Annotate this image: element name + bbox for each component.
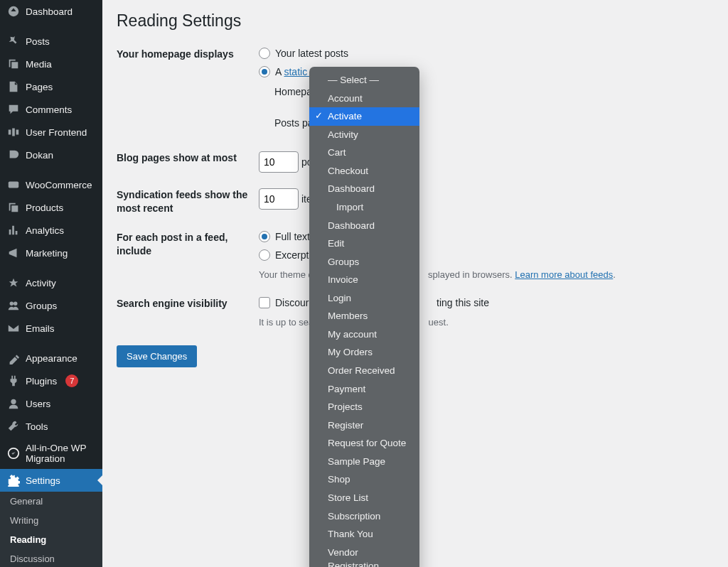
dashboard-icon — [7, 5, 20, 18]
sidebar-item-all-in-one-wp-migration[interactable]: All-in-One WP Migration — [0, 438, 102, 469]
sidebar-item-label: Products — [26, 202, 63, 213]
plugins-icon — [7, 374, 20, 387]
userfront-icon — [7, 126, 20, 139]
svg-rect-0 — [9, 182, 18, 188]
dropdown-option[interactable]: Cart — [309, 144, 419, 162]
submenu-item-general[interactable]: General — [0, 492, 102, 511]
page-select-dropdown[interactable]: — Select —AccountActivateActivityCartChe… — [309, 67, 419, 567]
sidebar-item-activity[interactable]: Activity — [0, 271, 102, 294]
sidebar-item-label: User Frontend — [26, 127, 87, 138]
radio-latest-posts[interactable]: Your latest posts — [259, 48, 714, 59]
sidebar-item-label: Appearance — [26, 353, 77, 364]
comment-icon — [7, 103, 20, 116]
dropdown-option[interactable]: Invoice — [309, 271, 419, 289]
dropdown-option[interactable]: Account — [309, 90, 419, 108]
discourage-checkbox[interactable] — [259, 297, 270, 308]
radio-icon — [259, 249, 270, 261]
sidebar-item-plugins[interactable]: Plugins7 — [0, 369, 102, 392]
media-icon — [7, 58, 20, 70]
search-desc-b: uest. — [429, 317, 449, 328]
tools-icon — [7, 420, 20, 433]
submenu-item-reading[interactable]: Reading — [0, 530, 102, 549]
sidebar-item-label: Analytics — [26, 225, 64, 236]
settings-icon — [7, 474, 20, 487]
svg-point-2 — [14, 302, 17, 306]
sidebar-item-label: Tools — [26, 421, 48, 432]
sidebar-item-comments[interactable]: Comments — [0, 98, 102, 121]
dropdown-option[interactable]: Request for Quote — [309, 434, 419, 453]
learn-more-feeds-link[interactable]: Learn more about feeds — [515, 269, 613, 280]
dropdown-option[interactable]: Dashboard — [309, 180, 419, 198]
dropdown-option[interactable]: Groups — [309, 253, 419, 271]
dropdown-option[interactable]: Sample Page — [309, 453, 419, 471]
blog-pages-label: Blog pages show at most — [117, 151, 259, 173]
dropdown-option[interactable]: Order Received — [309, 362, 419, 380]
svg-point-1 — [10, 302, 14, 306]
dropdown-option[interactable]: Subscription — [309, 507, 419, 526]
dropdown-option[interactable]: Vendor Registration — [309, 544, 419, 567]
sidebar-item-user-frontend[interactable]: User Frontend — [0, 121, 102, 144]
sidebar-item-groups[interactable]: Groups — [0, 294, 102, 317]
emails-icon — [7, 322, 20, 335]
sidebar-item-label: Groups — [26, 301, 57, 311]
dropdown-option[interactable]: Checkout — [309, 162, 419, 180]
dropdown-option[interactable]: Payment — [309, 380, 419, 399]
sidebar-item-label: Dokan — [26, 150, 53, 161]
search-visibility-label: Search engine visibility — [117, 297, 259, 330]
dropdown-option[interactable]: Thank You — [309, 525, 419, 544]
dropdown-option[interactable]: Shop — [309, 470, 419, 489]
sidebar-item-label: Users — [26, 399, 50, 409]
dropdown-option[interactable]: Dashboard — [309, 217, 419, 235]
dropdown-option[interactable]: — Select — — [309, 71, 419, 90]
sidebar-item-woocommerce[interactable]: WooCommerce — [0, 173, 102, 196]
sidebar-item-label: Plugins — [26, 376, 57, 387]
svg-point-3 — [11, 399, 16, 404]
products-icon — [7, 201, 20, 214]
dropdown-option[interactable]: Register — [309, 416, 419, 435]
sidebar-item-media[interactable]: Media — [0, 53, 102, 75]
save-changes-button[interactable]: Save Changes — [117, 345, 197, 367]
marketing-icon — [7, 247, 20, 259]
submenu-item-discussion[interactable]: Discussion — [0, 549, 102, 567]
appearance-icon — [7, 352, 20, 364]
dropdown-option[interactable]: Edit — [309, 234, 419, 253]
page-title: Reading Settings — [117, 11, 714, 31]
sidebar-item-dashboard[interactable]: Dashboard — [0, 0, 102, 23]
dropdown-option[interactable]: My account — [309, 325, 419, 344]
sidebar-item-label: Activity — [26, 278, 56, 288]
sidebar-item-label: Settings — [26, 475, 60, 486]
sidebar-item-appearance[interactable]: Appearance — [0, 347, 102, 369]
users-icon — [7, 397, 20, 410]
sidebar-item-settings[interactable]: Settings — [0, 469, 102, 492]
sidebar-item-users[interactable]: Users — [0, 392, 102, 415]
sidebar-item-dokan[interactable]: Dokan — [0, 144, 102, 166]
sidebar-item-marketing[interactable]: Marketing — [0, 242, 102, 264]
sidebar-item-products[interactable]: Products — [0, 196, 102, 219]
sidebar-item-tools[interactable]: Tools — [0, 415, 102, 438]
static-prefix: A — [275, 66, 284, 77]
sidebar-item-emails[interactable]: Emails — [0, 317, 102, 340]
submenu-item-writing[interactable]: Writing — [0, 511, 102, 530]
sidebar-item-posts[interactable]: Posts — [0, 30, 102, 53]
dropdown-option[interactable]: Login — [309, 289, 419, 308]
sidebar-item-label: Media — [26, 59, 52, 70]
radio-icon-selected — [259, 66, 270, 77]
sidebar-item-label: All-in-One WP Migration — [26, 443, 97, 464]
activity-icon — [7, 276, 20, 289]
homepage-displays-label: Your homepage displays — [117, 48, 259, 136]
analytics-icon — [7, 224, 20, 237]
dropdown-option[interactable]: Import — [309, 198, 419, 217]
update-badge: 7 — [65, 374, 78, 387]
dropdown-option[interactable]: Store List — [309, 489, 419, 507]
sidebar-item-pages[interactable]: Pages — [0, 75, 102, 98]
dropdown-option[interactable]: My Orders — [309, 343, 419, 362]
sidebar-item-analytics[interactable]: Analytics — [0, 219, 102, 242]
dropdown-option[interactable]: Activate — [309, 107, 419, 126]
radio-label: Excerpt — [275, 249, 309, 261]
dropdown-option[interactable]: Activity — [309, 126, 419, 144]
dropdown-option[interactable]: Projects — [309, 398, 419, 416]
pin-icon — [7, 35, 20, 48]
dropdown-option[interactable]: Members — [309, 307, 419, 325]
blog-pages-input[interactable] — [259, 151, 299, 173]
syndication-input[interactable] — [259, 188, 299, 210]
